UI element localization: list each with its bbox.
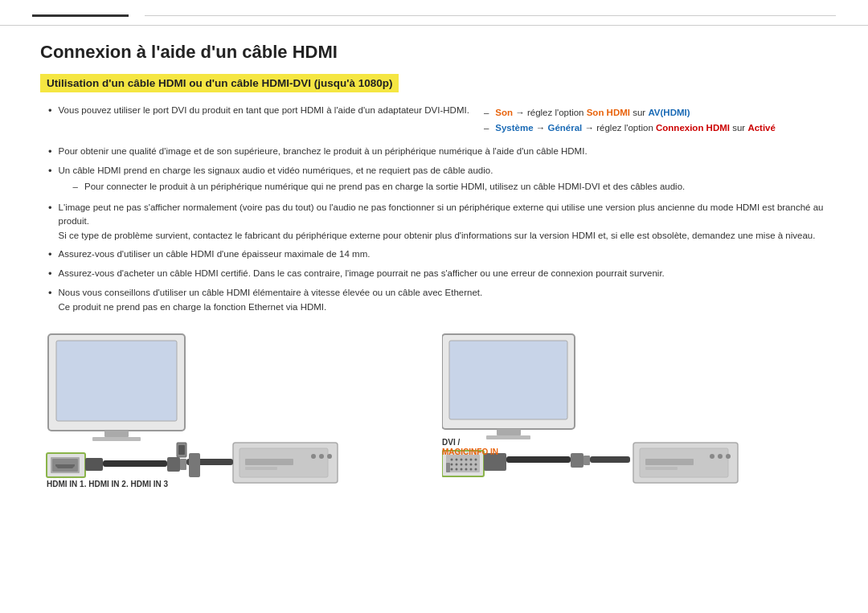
svg-rect-59 (645, 467, 678, 470)
svg-point-36 (456, 463, 458, 465)
svg-rect-52 (590, 456, 630, 463)
av-hdmi-label: AV(HDMI) (648, 108, 690, 117)
sub-3-1-text: Pour connecter le produit à un périphéri… (84, 180, 685, 194)
right-port-label-1: DVI / (442, 438, 460, 447)
top-bar-separator (145, 15, 836, 16)
svg-rect-5 (178, 445, 185, 455)
svg-rect-26 (486, 435, 530, 439)
bullet-6-text: Assurez-vous d'acheter un câble HDMI cer… (59, 267, 665, 280)
son-hdmi-label: Son HDMI (587, 108, 630, 117)
sub-bullet-1-1: Son → réglez l'option Son HDMI sur AV(HD… (484, 106, 776, 120)
right-diagram: DVI / MAGICINFO IN (442, 326, 828, 487)
sub-bullets-1: Son → réglez l'option Son HDMI sur AV(HD… (484, 106, 776, 137)
bullet-3-text: Un câble HDMI prend en charge les signau… (59, 164, 686, 197)
svg-point-33 (470, 458, 473, 460)
sub-1-1-text: Son → réglez l'option Son HDMI sur AV(HD… (495, 106, 690, 120)
bullet-2-text: Pour obtenir une qualité d'image et de s… (59, 145, 588, 158)
svg-point-40 (475, 463, 477, 465)
svg-rect-25 (497, 429, 521, 435)
svg-point-17 (319, 454, 324, 459)
svg-point-35 (451, 463, 453, 465)
svg-point-41 (451, 468, 453, 470)
svg-point-43 (461, 468, 463, 470)
active-label: Activé (747, 123, 776, 133)
sub-bullets-3: Pour connecter le produit à un périphéri… (73, 180, 686, 194)
main-content: Connexion à l'aide d'un câble HDMI Utili… (0, 26, 868, 503)
svg-rect-13 (180, 459, 186, 470)
bullet-7-text: Nous vous conseillons d'utiliser un câbl… (59, 286, 483, 314)
svg-rect-49 (506, 456, 571, 463)
left-diagram: HDMI IN 1, HDMI IN 2, HDMI IN 3 (40, 326, 426, 487)
svg-point-45 (470, 468, 473, 470)
svg-rect-12 (167, 457, 180, 472)
svg-rect-3 (92, 437, 141, 441)
svg-rect-2 (104, 431, 129, 437)
general-label: Général (547, 123, 582, 133)
svg-rect-10 (85, 458, 103, 471)
bullet-4: L'image peut ne pas s'afficher normaleme… (40, 201, 828, 243)
svg-point-34 (475, 458, 477, 460)
bullet-6: Assurez-vous d'acheter un câble HDMI cer… (40, 267, 828, 281)
svg-rect-22 (189, 453, 200, 477)
bullet-2: Pour obtenir une qualité d'image et de s… (40, 145, 828, 159)
svg-point-37 (461, 463, 463, 465)
svg-point-44 (465, 468, 468, 470)
sub-bullet-1-2: Système → Général → réglez l'option Conn… (484, 121, 776, 135)
bullet-5-text: Assurez-vous d'utiliser un câble HDMI d'… (59, 247, 371, 261)
svg-point-39 (470, 463, 473, 465)
connexion-hdmi-label: Connexion HDMI (656, 123, 730, 133)
svg-point-18 (327, 454, 332, 459)
svg-point-16 (311, 454, 316, 459)
svg-rect-58 (645, 459, 694, 465)
svg-rect-11 (103, 460, 167, 467)
right-diagram-svg: DVI / MAGICINFO IN (442, 326, 820, 487)
svg-point-32 (465, 458, 468, 460)
svg-rect-24 (449, 341, 567, 419)
page-title: Connexion à l'aide d'un câble HDMI (40, 42, 828, 63)
son-label: Son (495, 108, 513, 117)
svg-point-57 (726, 454, 731, 459)
svg-point-31 (461, 458, 463, 460)
sub-bullet-3-1: Pour connecter le produit à un périphéri… (73, 180, 686, 194)
svg-point-30 (456, 458, 458, 460)
svg-point-46 (475, 468, 477, 470)
svg-point-56 (718, 454, 723, 459)
svg-rect-50 (571, 453, 583, 468)
sub-1-2-text: Système → Général → réglez l'option Conn… (495, 121, 776, 135)
svg-rect-19 (245, 459, 293, 465)
bullet-1: Vous pouvez utiliser le port DVI du prod… (40, 104, 828, 140)
svg-rect-1 (56, 341, 177, 421)
svg-marker-9 (55, 464, 75, 468)
systeme-label: Système (495, 123, 533, 133)
right-port-label-2: MAGICINFO IN (442, 447, 498, 456)
bullet-4-text: L'image peut ne pas s'afficher normaleme… (59, 201, 828, 243)
svg-point-38 (465, 463, 468, 465)
main-bullet-list: Vous pouvez utiliser le port DVI du prod… (40, 104, 828, 314)
diagram-area: HDMI IN 1, HDMI IN 2, HDMI IN 3 (40, 326, 828, 487)
bullet-7: Nous vous conseillons d'utiliser un câbl… (40, 286, 828, 314)
svg-rect-20 (245, 467, 277, 470)
bullet-1-text: Vous pouvez utiliser le port DVI du prod… (59, 104, 469, 117)
svg-point-29 (451, 458, 453, 460)
top-bar-accent (32, 14, 129, 17)
subtitle-highlight: Utilisation d'un câble HDMI ou d'un câbl… (40, 74, 399, 92)
top-bar (0, 0, 868, 26)
left-diagram-svg: HDMI IN 1, HDMI IN 2, HDMI IN 3 (40, 326, 410, 487)
svg-point-55 (710, 454, 714, 459)
bullet-5: Assurez-vous d'utiliser un câble HDMI d'… (40, 247, 828, 262)
svg-point-42 (456, 468, 458, 470)
bullet-3: Un câble HDMI prend en charge les signau… (40, 164, 828, 197)
svg-rect-47 (446, 463, 450, 472)
left-port-label: HDMI IN 1, HDMI IN 2, HDMI IN 3 (47, 480, 169, 487)
svg-rect-51 (583, 456, 590, 465)
